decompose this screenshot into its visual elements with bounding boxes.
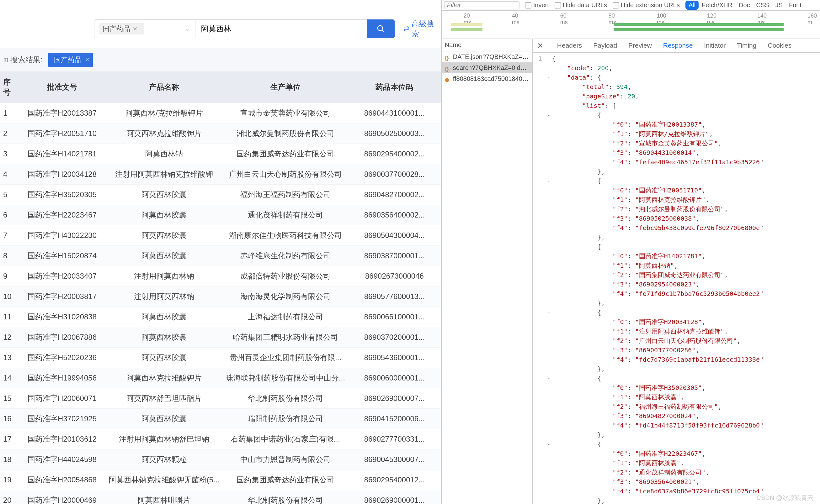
fold-toggle[interactable]: - [545, 439, 552, 449]
table-row[interactable]: 10 国药准字H20003817 注射用阿莫西林钠 海南海灵化学制药有限公司 8… [0, 286, 441, 307]
json-line: "pageSize": 20, [552, 92, 820, 101]
fold-toggle [545, 139, 552, 148]
cell-code: 8690370200001... [348, 327, 441, 348]
response-tab-headers[interactable]: Headers [556, 39, 582, 52]
request-item[interactable]: ff80808183cad75001840881f8... [442, 73, 532, 84]
fold-toggle [545, 204, 552, 214]
table-row[interactable]: 2 国药准字H20051710 阿莫西林克拉维酸钾片 湘北威尔曼制药股份有限公司… [0, 123, 441, 144]
response-tab-cookies[interactable]: Cookies [767, 39, 792, 52]
fold-toggle[interactable]: - [545, 73, 552, 82]
type-filter-css[interactable]: CSS [753, 1, 772, 10]
fold-toggle [545, 458, 552, 468]
cell-idx: 8 [0, 246, 18, 266]
hide-data-urls-checkbox[interactable]: Hide data URLs [554, 2, 607, 9]
active-filter-tag[interactable]: 国产药品 ✕ [48, 53, 93, 67]
table-row[interactable]: 20 国药准字H20000469 阿莫西林咀嚼片 华北制药股份有限公司 8690… [0, 490, 441, 504]
fold-toggle[interactable]: - [545, 176, 552, 186]
request-name: search?7QBHXKaZ=0.dSkjqlqE... [453, 64, 529, 71]
cell-mfr: 哈药集团三精明水药业有限公司 [223, 327, 348, 348]
fold-toggle[interactable]: - [545, 101, 552, 110]
fold-toggle [545, 251, 552, 261]
json-line: "f2": "湘北威尔曼制药股份有限公司", [552, 204, 820, 214]
type-filter-font[interactable]: Font [786, 1, 805, 10]
table-row[interactable]: 17 国药准字H20103612 注射用阿莫西林钠舒巴坦钠 石药集团中诺药业(石… [0, 429, 441, 449]
fold-toggle [545, 289, 552, 298]
results-table: 序号 批准文号 产品名称 生产单位 药品本位码 1 国药准字H20013387 … [0, 71, 441, 504]
table-row[interactable]: 14 国药准字H19994056 阿莫西林克拉维酸钾片 珠海联邦制药股份有限公司… [0, 368, 441, 388]
json-line: "f3": "86904827000024", [552, 411, 820, 421]
cell-mfr: 成都倍特药业股份有限公司 [223, 266, 348, 286]
svg-line-1 [382, 30, 384, 32]
table-row[interactable]: 12 国药准字H20067886 阿莫西林胶囊 哈药集团三精明水药业有限公司 8… [0, 327, 441, 348]
response-tab-timing[interactable]: Timing [736, 39, 757, 52]
fold-toggle [545, 402, 552, 411]
close-icon[interactable]: ✕ [85, 56, 90, 63]
cell-idx: 10 [0, 286, 18, 307]
category-select[interactable]: 国产药品 ✕ ⌄ [94, 19, 195, 38]
json-line: "f3": "86903564000021", [552, 477, 820, 486]
fold-toggle[interactable]: - [545, 308, 552, 317]
svg-point-0 [377, 26, 382, 31]
cell-mfr: 通化茂祥制药有限公司 [223, 205, 348, 225]
fold-toggle [545, 167, 552, 176]
fold-toggle[interactable]: - [545, 374, 552, 383]
search-button[interactable] [367, 19, 395, 38]
table-row[interactable]: 15 国药准字H20060071 阿莫西林舒巴坦匹酯片 华北制药股份有限公司 8… [0, 388, 441, 409]
type-filter-fetchxhr[interactable]: Fetch/XHR [699, 1, 736, 10]
table-row[interactable]: 11 国药准字H31020838 阿莫西林胶囊 上海福达制药有限公司 86900… [0, 307, 441, 327]
advanced-search-link[interactable]: ⇄ 高级搜索 [403, 19, 441, 39]
cell-approval: 国药准字H20034128 [18, 164, 106, 185]
response-tab-response[interactable]: Response [663, 39, 694, 52]
table-row[interactable]: 13 国药准字H52020236 阿莫西林胶囊 贵州百灵企业集团制药股份有限..… [0, 348, 441, 368]
json-line: { [552, 242, 820, 251]
filter-icon: ⇄ [403, 25, 409, 33]
table-row[interactable]: 18 国药准字H44024598 阿莫西林颗粒 中山市力恩普制药有限公司 869… [0, 449, 441, 470]
table-row[interactable]: 9 国药准字H20033407 注射用阿莫西林钠 成都倍特药业股份有限公司 86… [0, 266, 441, 286]
response-tab-payload[interactable]: Payload [592, 39, 618, 52]
cell-mfr: 湖南康尔佳生物医药科技有限公司 [223, 225, 348, 246]
table-row[interactable]: 5 国药准字H35020305 阿莫西林胶囊 福州海王福药制药有限公司 8690… [0, 185, 441, 205]
hide-ext-urls-checkbox[interactable]: Hide extension URLs [612, 2, 680, 9]
request-item[interactable]: search?7QBHXKaZ=0.dSkjqlqE... [442, 62, 532, 73]
table-row[interactable]: 7 国药准字H43022230 阿莫西林胶囊 湖南康尔佳生物医药科技有限公司 8… [0, 225, 441, 246]
category-tag[interactable]: 国产药品 ✕ [99, 23, 144, 34]
json-line: "data": { [552, 73, 820, 82]
network-timeline[interactable]: 20 ms40 ms60 ms80 ms100 ms120 ms140 ms16… [442, 11, 820, 39]
invert-checkbox[interactable]: Invert [525, 2, 549, 9]
active-filter-label: 国产药品 [54, 56, 81, 64]
close-icon[interactable]: ✕ [537, 41, 543, 50]
table-row[interactable]: 4 国药准字H20034128 注射用阿莫西林钠克拉维酸钾 广州白云山天心制药股… [0, 164, 441, 185]
json-line: }, [552, 233, 820, 242]
cell-name: 阿莫西林胶囊 [106, 327, 223, 348]
cell-idx: 11 [0, 307, 18, 327]
fold-toggle [545, 261, 552, 270]
json-line: }, [552, 364, 820, 374]
table-row[interactable]: 6 国药准字H22023467 阿莫西林胶囊 通化茂祥制药有限公司 869035… [0, 205, 441, 225]
cell-mfr: 石药集团中诺药业(石家庄)有限... [223, 429, 348, 449]
fold-toggle[interactable]: - [545, 110, 552, 120]
fold-toggle[interactable]: - [545, 242, 552, 251]
json-response-viewer[interactable]: 1 ------------ { "code": 200, "data": { … [533, 53, 820, 504]
cell-approval: 国药准字H20054868 [18, 470, 106, 490]
request-item[interactable]: DATE.json?7QBHXKaZ=0zTFtF... [442, 51, 532, 62]
cell-mfr: 福州海王福药制药有限公司 [223, 185, 348, 205]
table-row[interactable]: 16 国药准字H37021925 阿莫西林胶囊 瑞阳制药股份有限公司 86904… [0, 409, 441, 429]
fold-toggle [545, 223, 552, 233]
chevron-down-icon: ⌄ [185, 25, 190, 33]
devtools-filter-input[interactable] [444, 1, 519, 9]
close-icon[interactable]: ✕ [133, 25, 137, 32]
type-filter-js[interactable]: JS [772, 1, 786, 10]
type-filter-all[interactable]: All [686, 1, 699, 10]
json-line: }, [552, 167, 820, 176]
response-tab-preview[interactable]: Preview [628, 39, 653, 52]
cell-code: 8690443100001... [348, 103, 441, 123]
fold-toggle [545, 129, 552, 139]
table-row[interactable]: 19 国药准字H20054868 阿莫西林钠克拉维酸钾无菌粉(5... 国药集团… [0, 470, 441, 490]
response-tab-initiator[interactable]: Initiator [703, 39, 726, 52]
search-input[interactable] [195, 19, 367, 38]
table-row[interactable]: 3 国药准字H14021781 阿莫西林钠 国药集团威奇达药业有限公司 8690… [0, 144, 441, 164]
type-filter-doc[interactable]: Doc [736, 1, 753, 10]
table-row[interactable]: 1 国药准字H20013387 阿莫西林/克拉维酸钾片 宣城市金芙蓉药业有限公司… [0, 103, 441, 123]
table-row[interactable]: 8 国药准字H15020874 阿莫西林胶囊 赤峰维康生化制药有限公司 8690… [0, 246, 441, 266]
fold-toggle[interactable]: - [545, 54, 552, 63]
